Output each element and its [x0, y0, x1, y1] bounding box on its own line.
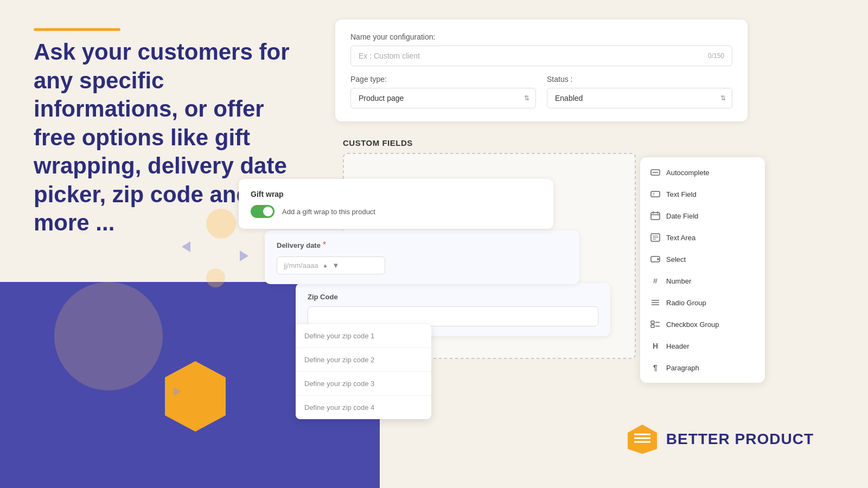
widget-text-area[interactable]: Text Area	[640, 227, 765, 248]
widget-header-label: Header	[666, 342, 690, 350]
zip-suggestion-2[interactable]: Define your zip code 2	[296, 348, 431, 372]
custom-fields-title: CUSTOM FIELDS	[343, 138, 413, 147]
delivery-label-row: Delivery date *	[277, 240, 567, 250]
delivery-date-panel: Delivery date * jj/mm/aaaa ▲ ▼	[265, 230, 579, 284]
page-type-group: Page type: Product page Cart page Checko…	[350, 75, 536, 108]
number-icon: #	[650, 275, 661, 286]
widget-text-field[interactable]: T Text Field	[640, 183, 765, 205]
widget-number-label: Number	[666, 277, 691, 285]
gift-wrap-content: Add a gift wrap to this product	[251, 205, 541, 218]
name-placeholder: Ex : Custom client	[359, 52, 420, 60]
widget-select-label: Select	[666, 255, 686, 264]
gift-wrap-label: Gift wrap	[251, 190, 541, 198]
gift-wrap-description: Add a gift wrap to this product	[282, 208, 375, 216]
status-group: Status : Enabled Disabled ⇅	[547, 75, 732, 108]
widget-number[interactable]: # Number	[640, 270, 765, 292]
deco-circle-tiny	[206, 268, 225, 287]
widget-radio-group[interactable]: Radio Group	[640, 292, 765, 313]
widget-checkbox-group-label: Checkbox Group	[666, 320, 719, 329]
checkbox-group-icon	[650, 319, 661, 330]
deco-triangle-right	[240, 251, 248, 261]
widget-header[interactable]: H Header	[640, 335, 765, 357]
widget-paragraph-label: Paragraph	[666, 364, 699, 372]
zip-suggestion-4[interactable]: Define your zip code 4	[296, 396, 431, 419]
delivery-date-label: Delivery date	[277, 241, 321, 249]
page-type-select[interactable]: Product page Cart page Checkout page	[350, 88, 536, 108]
branding-section: BETTER PRODUCT	[626, 423, 814, 455]
required-star: *	[323, 240, 326, 250]
delivery-date-input-wrapper[interactable]: jj/mm/aaaa ▲ ▼	[277, 256, 567, 274]
svg-marker-22	[628, 425, 657, 454]
widget-date-field-label: Date Field	[666, 212, 698, 220]
widget-text-area-label: Text Area	[666, 234, 695, 242]
gift-wrap-toggle[interactable]	[251, 205, 275, 218]
select-icon	[650, 254, 661, 265]
deco-triangle-left	[182, 241, 190, 252]
svg-rect-5	[651, 213, 660, 220]
deco-circle-large	[54, 282, 163, 390]
text-area-icon	[650, 232, 661, 243]
accent-line	[34, 28, 120, 31]
brand-name: BETTER PRODUCT	[666, 431, 814, 448]
svg-rect-18	[651, 321, 654, 324]
date-field-icon	[650, 210, 661, 221]
date-up-icon: ▲	[323, 262, 328, 268]
zip-code-input[interactable]	[308, 306, 598, 326]
page-type-label: Page type:	[350, 75, 536, 84]
svg-text:T: T	[653, 192, 655, 196]
name-label: Name your configuration:	[350, 33, 732, 41]
zip-code-label: Zip Code	[308, 293, 598, 301]
status-select-wrapper[interactable]: Enabled Disabled ⇅	[547, 88, 732, 108]
deco-triangle-small	[174, 387, 181, 396]
zip-suggestion-3[interactable]: Define your zip code 3	[296, 372, 431, 396]
widget-checkbox-group[interactable]: Checkbox Group	[640, 313, 765, 335]
autocomplete-icon	[650, 167, 661, 178]
radio-group-icon	[650, 297, 661, 308]
char-count: 0/150	[708, 52, 724, 60]
config-card: Name your configuration: Ex : Custom cli…	[335, 20, 748, 121]
zip-suggestion-1[interactable]: Define your zip code 1	[296, 324, 431, 348]
widget-autocomplete-label: Autocomplete	[666, 169, 710, 177]
status-label: Status :	[547, 75, 732, 84]
widget-date-field[interactable]: Date Field	[640, 205, 765, 227]
svg-rect-19	[651, 325, 654, 328]
header-icon: H	[650, 341, 661, 351]
widget-select[interactable]: Select	[640, 248, 765, 270]
brand-hex-logo	[626, 423, 659, 455]
paragraph-icon: ¶	[650, 362, 661, 373]
svg-marker-0	[165, 361, 226, 432]
deco-hexagon-large	[163, 359, 228, 434]
delivery-date-input[interactable]: jj/mm/aaaa ▲ ▼	[277, 256, 385, 274]
zip-suggestions-dropdown: Define your zip code 1 Define your zip c…	[296, 324, 431, 419]
widget-autocomplete[interactable]: Autocomplete	[640, 162, 765, 183]
widget-paragraph[interactable]: ¶ Paragraph	[640, 357, 765, 378]
date-placeholder: jj/mm/aaaa	[284, 261, 318, 269]
gift-wrap-panel: Gift wrap Add a gift wrap to this produc…	[239, 179, 553, 229]
widget-radio-group-label: Radio Group	[666, 299, 706, 307]
text-field-icon: T	[650, 189, 661, 200]
page-type-select-wrapper[interactable]: Product page Cart page Checkout page ⇅	[350, 88, 536, 108]
widget-list-panel: Autocomplete T Text Field Date Field Tex…	[640, 157, 765, 383]
status-select[interactable]: Enabled Disabled	[547, 88, 732, 108]
widget-text-field-label: Text Field	[666, 190, 697, 198]
date-calendar-icon: ▼	[332, 261, 339, 269]
